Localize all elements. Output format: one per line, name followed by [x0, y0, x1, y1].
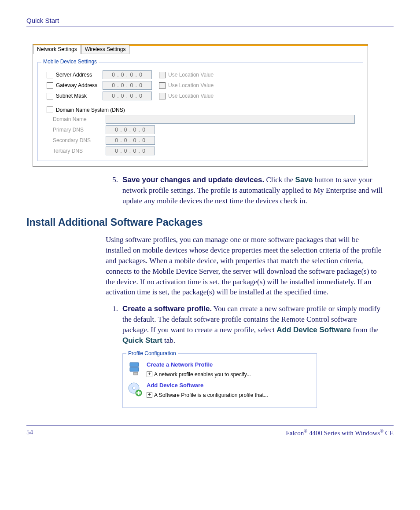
step-1-text-b: from the — [351, 326, 378, 334]
intro-paragraph: Using software profiles, you can manage … — [106, 235, 385, 297]
item-add-device-software[interactable]: Add Device Software + A Software Profile… — [127, 382, 312, 399]
ip-server-address[interactable]: 0 . 0 . 0 . 0 — [103, 70, 152, 79]
svg-rect-7 — [136, 393, 141, 394]
step-5: 5. Save your changes and update devices.… — [106, 175, 385, 206]
product-footer: Falcon® 4400 Series with Windows® CE — [286, 429, 394, 437]
checkbox-dns[interactable]: Domain Name System (DNS) — [47, 106, 125, 113]
profile-configuration-panel: Profile Configuration Create a Network P… — [122, 353, 317, 408]
ip-tertiary-dns[interactable]: 0 . 0 . 0 . 0 — [106, 147, 155, 155]
page-footer: 54 Falcon® 4400 Series with Windows® CE — [26, 429, 394, 437]
row-secondary-dns: Secondary DNS 0 . 0 . 0 . 0 — [47, 136, 357, 145]
label-domain-name: Domain Name — [47, 116, 101, 122]
tab-bar: Network Settings Wireless Settings — [33, 44, 368, 54]
expand-icon[interactable]: + — [147, 392, 152, 398]
svg-rect-1 — [130, 367, 139, 371]
ip-subnet-mask[interactable]: 0 . 0 . 0 . 0 — [103, 92, 152, 100]
add-device-software-desc: A Software Profile is a configuration pr… — [154, 392, 268, 399]
label-primary-dns: Primary DNS — [47, 127, 101, 133]
input-domain-name[interactable] — [106, 115, 355, 124]
ip-gateway-address[interactable]: 0 . 0 . 0 . 0 — [103, 81, 152, 90]
tab-wireless-settings[interactable]: Wireless Settings — [81, 45, 130, 54]
header-rule — [26, 26, 394, 26]
footer-rule — [26, 426, 394, 426]
profile-config-legend: Profile Configuration — [126, 350, 178, 357]
row-primary-dns: Primary DNS 0 . 0 . 0 . 0 — [47, 125, 357, 134]
group-legend: Mobile Device Settings — [41, 59, 99, 65]
step-5-title: Save your changes and update devices. — [122, 176, 264, 184]
running-header: Quick Start — [26, 17, 394, 24]
label-secondary-dns: Secondary DNS — [47, 137, 101, 143]
step-1-text-c: tab. — [162, 336, 175, 345]
checkbox-use-location-subnet[interactable]: Use Location Value — [159, 93, 214, 99]
network-settings-pane: Network Settings Wireless Settings Mobil… — [33, 44, 368, 167]
add-device-software-title: Add Device Software — [147, 382, 268, 389]
save-button-ref: Save — [295, 176, 313, 184]
disc-add-icon — [127, 382, 142, 396]
mobile-device-settings-group: Mobile Device Settings Server Address 0 … — [37, 62, 363, 161]
quick-start-ref: Quick Start — [122, 336, 162, 345]
create-network-profile-desc: A network profile enables you to specify… — [154, 371, 251, 378]
row-gateway-address: Gateway Address 0 . 0 . 0 . 0 Use Locati… — [47, 81, 357, 90]
svg-point-4 — [133, 387, 135, 389]
page-number: 54 — [26, 429, 33, 437]
item-create-network-profile[interactable]: Create a Network Profile + A network pro… — [127, 361, 312, 378]
checkbox-use-location-server[interactable]: Use Location Value — [159, 72, 214, 78]
row-dns: Domain Name System (DNS) — [47, 106, 357, 113]
tab-network-settings[interactable]: Network Settings — [33, 45, 81, 54]
checkbox-subnet-mask[interactable]: Subnet Mask — [47, 93, 98, 99]
checkbox-gateway-address[interactable]: Gateway Address — [47, 82, 98, 89]
checkbox-use-location-gateway[interactable]: Use Location Value — [159, 82, 214, 89]
add-device-software-ref: Add Device Software — [276, 326, 351, 334]
step-number-5: 5. — [106, 175, 118, 206]
step-1-title: Create a software profile. — [122, 305, 212, 313]
row-subnet-mask: Subnet Mask 0 . 0 . 0 . 0 Use Location V… — [47, 92, 357, 100]
section-heading-install-software: Install Additional Software Packages — [26, 216, 394, 228]
server-icon — [127, 361, 142, 376]
expand-icon[interactable]: + — [147, 371, 152, 377]
step-1: 1. Create a software profile. You can cr… — [106, 304, 385, 412]
checkbox-server-address[interactable]: Server Address — [47, 72, 98, 78]
ip-primary-dns[interactable]: 0 . 0 . 0 . 0 — [106, 125, 155, 134]
ip-secondary-dns[interactable]: 0 . 0 . 0 . 0 — [106, 136, 155, 145]
row-domain-name: Domain Name — [47, 115, 357, 124]
svg-rect-2 — [133, 372, 138, 375]
create-network-profile-title: Create a Network Profile — [147, 361, 251, 369]
step-5-text-a: Click the — [264, 176, 295, 184]
row-tertiary-dns: Tertiary DNS 0 . 0 . 0 . 0 — [47, 147, 357, 155]
row-server-address: Server Address 0 . 0 . 0 . 0 Use Locatio… — [47, 70, 357, 79]
svg-rect-0 — [130, 363, 139, 367]
label-tertiary-dns: Tertiary DNS — [47, 148, 101, 154]
step-number-1: 1. — [106, 304, 118, 412]
